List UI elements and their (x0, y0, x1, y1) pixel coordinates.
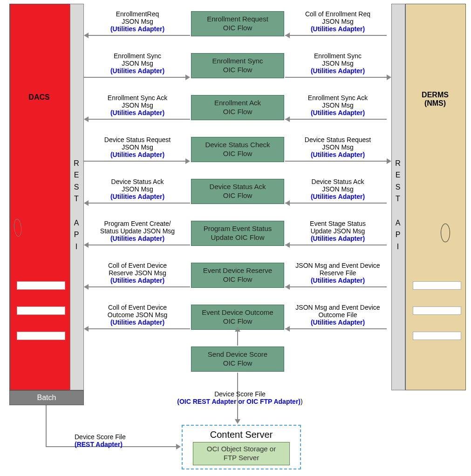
arrow-l-6 (89, 286, 190, 287)
batch-block: Batch (9, 390, 84, 405)
msg-right-0: Coll of Enrollment ReqJSON Msg(Utilities… (288, 10, 388, 33)
arrowhead-l-0 (84, 33, 89, 38)
arrowhead-l-1 (185, 75, 190, 80)
arrow-l-0 (89, 35, 190, 36)
msg-right-4: Device Status AckJSON Msg(Utilities Adap… (288, 178, 388, 200)
content-server: Content Server OCI Object Storage orFTP … (182, 425, 301, 469)
arrow-r-3 (285, 161, 387, 162)
arrow-l-5 (89, 245, 190, 245)
arrowhead-l-4 (84, 200, 89, 206)
arrowhead-l-3 (185, 158, 190, 164)
arrowhead-r-6 (285, 284, 290, 290)
batch-msg-label: Device Score File (REST Adapter) (75, 433, 158, 448)
arrow-l-1 (84, 77, 185, 78)
msg-right-5: Event Stage StatusUpdate JSON Msg(Utilit… (288, 220, 388, 242)
msg-left-5: Program Event Create/Status Update JSON … (89, 220, 186, 242)
connector-89 (237, 331, 238, 346)
oic-device-status-ack: Device Status AckOIC Flow (191, 179, 284, 204)
oic-send-device-score: Send Device ScoreOIC Flow (191, 347, 284, 372)
msg-right-6: JSON Msg and Event DeviceReserve File(Ut… (288, 262, 388, 284)
oic-event-device-outcome: Event Device OutcomeOIC Flow (191, 305, 284, 330)
content-server-title: Content Server (210, 429, 273, 440)
connector-89-head (235, 327, 240, 332)
msg-left-4: Device Status AckJSON Msg(Utilities Adap… (89, 178, 186, 200)
msg-left-1: Enrollment SyncJSON Msg(Utilities Adapte… (89, 52, 186, 75)
dacs-slot-3 (17, 332, 65, 340)
arrow-l-2 (89, 119, 190, 120)
arrowhead-l-5 (84, 242, 89, 248)
msg-right-7: JSON Msg and Event DeviceOutcome File(Ut… (288, 304, 388, 326)
msg-right-3: Device Status RequestJSON Msg(Utilities … (288, 136, 388, 158)
arrowhead-l-7 (84, 326, 89, 332)
msg-left-7: Coll of Event DeviceOutcome JSON Msg(Uti… (89, 304, 186, 326)
derms-slot-2 (413, 306, 461, 315)
dacs-slot-2 (17, 306, 65, 315)
oic-device-status-check: Device Status CheckOIC Flow (191, 137, 284, 162)
msg-left-6: Coll of Event DeviceReserve JSON Msg(Uti… (89, 262, 186, 284)
arrowhead-r-2 (285, 116, 290, 122)
derms-rest-api-label: REST API (391, 158, 404, 252)
arrow-r-0 (285, 35, 387, 36)
batch-arrow-head (176, 444, 181, 449)
arrowhead-r-3 (387, 158, 391, 164)
arrow-r-4 (285, 203, 387, 204)
arrow-r-5 (285, 245, 387, 245)
arrowhead-l-2 (84, 116, 89, 122)
oic-enrollment-sync: Enrollment SyncOIC Flow (191, 53, 284, 78)
dacs-slot-1 (17, 281, 65, 290)
arrow-l-4 (89, 203, 190, 204)
derms-ellipse (441, 224, 450, 242)
oic-event-device-reserve: Event Device ReserveOIC Flow (191, 263, 284, 288)
batch-label: Batch (37, 394, 56, 402)
dacs-title: DACS (9, 93, 69, 102)
arrow-r-6 (285, 286, 387, 287)
arrowhead-r-5 (285, 242, 290, 248)
batch-arrow-v (46, 405, 47, 447)
msg-right-1: Enrollment SyncJSON Msg(Utilities Adapte… (288, 52, 388, 75)
oci-object-storage: OCI Object Storage orFTP Server (193, 442, 290, 465)
arrowhead-r-7 (285, 326, 290, 332)
oic-enrollment-request: Enrollment RequestOIC Flow (191, 11, 284, 36)
derms-title: DERMS(NMS) (405, 91, 465, 108)
oic-program-event-status: Program Event StatusUpdate OIC Flow (191, 221, 284, 246)
msg-right-2: Enrollment Sync AckJSON Msg(Utilities Ad… (288, 94, 388, 116)
arrowhead-r-0 (285, 33, 290, 38)
arrow-to-content-server-head (235, 419, 240, 424)
arrow-l-3 (84, 161, 185, 162)
derms-slot-1 (413, 281, 461, 290)
arrow-r-7 (285, 328, 387, 329)
arrow-l-7 (89, 328, 190, 329)
msg-left-2: Enrollment Sync AckJSON Msg(Utilities Ad… (89, 94, 186, 116)
arrow-r-1 (285, 77, 387, 78)
derms-slot-3 (413, 332, 461, 340)
arrow-r-2 (285, 119, 387, 120)
arrowhead-l-6 (84, 284, 89, 290)
arrowhead-r-4 (285, 200, 290, 206)
oic-enrollment-ack: Enrollment AckOIC Flow (191, 95, 284, 120)
msg-left-0: EnrollmentReqJSON Msg(Utilities Adapter) (89, 10, 186, 33)
dacs-rest-api-label: REST API (70, 158, 83, 252)
arrowhead-r-1 (387, 75, 391, 80)
msg-left-3: Device Status RequestJSON Msg(Utilities … (89, 136, 186, 158)
device-score-file-label: Device Score File (OIC REST Adapter or O… (168, 390, 312, 405)
